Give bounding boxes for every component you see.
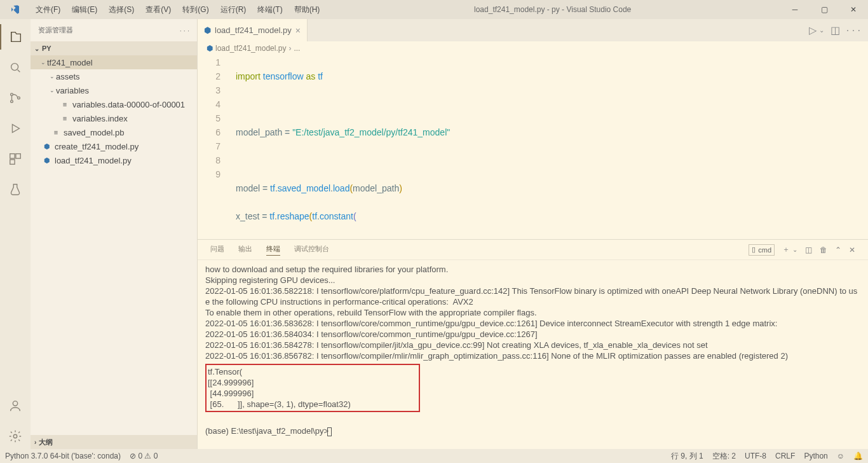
tree-file-variables-index[interactable]: ≡variables.index	[31, 111, 197, 125]
explorer-title: 资源管理器	[38, 25, 73, 35]
menu-file[interactable]: 文件(F)	[31, 0, 65, 19]
file-icon: ≡	[60, 100, 70, 108]
tree-folder-tf241-model[interactable]: ⌄tf241_model	[31, 55, 197, 69]
explorer-more-icon[interactable]: · · ·	[180, 27, 189, 34]
terminal-tensor-output: tf.Tensor( [[24.999996] [44.999996] [65.…	[208, 366, 417, 410]
status-python-interpreter[interactable]: Python 3.7.0 64-bit ('base': conda)	[5, 452, 121, 460]
run-file-icon[interactable]: ▷	[809, 24, 817, 36]
chevron-right-icon: ›	[34, 439, 36, 446]
status-problems[interactable]: ⊘ 0 ⚠ 0	[130, 452, 158, 460]
panel-tab-terminal[interactable]: 终端	[266, 244, 280, 256]
editor-tabs: ⬢ load_tf241_model.py × ▷ ⌄ ◫ · · ·	[198, 19, 868, 41]
tree-label: tf241_model	[47, 58, 93, 67]
breadcrumb[interactable]: ⬢ load_tf241_model.py › ...	[198, 41, 868, 55]
tree-file-saved-model[interactable]: ≡saved_model.pb	[31, 125, 197, 139]
menu-run[interactable]: 运行(R)	[215, 0, 252, 19]
panel-maximize-icon[interactable]: ⌃	[835, 245, 841, 254]
status-notifications-icon[interactable]: 🔔	[853, 452, 863, 460]
testing-icon[interactable]	[0, 177, 31, 202]
tab-label: load_tf241_model.py	[215, 25, 292, 35]
file-tree: ⌄tf241_model ⌄assets ⌄variables ≡variabl…	[31, 55, 197, 435]
tree-folder-assets[interactable]: ⌄assets	[31, 69, 197, 83]
status-language[interactable]: Python	[804, 452, 827, 460]
chevron-down-icon: ⌄	[34, 45, 39, 52]
status-bar: Python 3.7.0 64-bit ('base': conda) ⊘ 0 …	[0, 449, 868, 463]
activity-bar	[0, 19, 31, 449]
status-cursor-position[interactable]: 行 9, 列 1	[671, 451, 703, 462]
status-encoding[interactable]: UTF-8	[745, 452, 766, 460]
run-dropdown-icon[interactable]: ⌄	[819, 27, 824, 34]
svg-rect-5	[16, 154, 20, 158]
settings-icon[interactable]	[0, 424, 31, 449]
menu-help[interactable]: 帮助(H)	[289, 0, 325, 19]
terminal-prompt: (base) E:\test\java_tf2_model\py>	[205, 426, 329, 436]
tree-folder-variables[interactable]: ⌄variables	[31, 83, 197, 97]
tree-file-load-model[interactable]: ⬢load_tf241_model.py	[31, 153, 197, 167]
file-icon: ≡	[60, 114, 70, 122]
svg-point-2	[11, 100, 13, 103]
tree-label: variables	[56, 86, 89, 95]
kill-terminal-icon[interactable]: 🗑	[820, 245, 827, 254]
folder-root-header[interactable]: ⌄ PY	[31, 41, 197, 55]
extensions-icon[interactable]	[0, 146, 31, 172]
bottom-panel: 问题 输出 终端 调试控制台 ▯ cmd ＋ ⌄ ◫ 🗑 ⌃ ✕ how to …	[198, 239, 868, 449]
tab-load-model[interactable]: ⬢ load_tf241_model.py ×	[198, 19, 308, 41]
line-gutter: 123456789	[198, 55, 229, 239]
terminal-dropdown-icon[interactable]: ⌄	[792, 246, 797, 253]
menu-selection[interactable]: 选择(S)	[104, 0, 139, 19]
explorer-sidebar: 资源管理器 · · · ⌄ PY ⌄tf241_model ⌄assets ⌄v…	[31, 19, 198, 449]
menu-terminal[interactable]: 终端(T)	[252, 0, 287, 19]
panel-tab-output[interactable]: 输出	[238, 244, 252, 255]
minimize-button[interactable]: ─	[780, 0, 810, 19]
breadcrumb-rest: ...	[294, 44, 300, 53]
split-editor-icon[interactable]: ◫	[831, 24, 840, 36]
status-feedback-icon[interactable]: ☺	[837, 452, 844, 460]
new-terminal-icon[interactable]: ＋	[782, 244, 790, 255]
tree-file-create-model[interactable]: ⬢create_tf241_model.py	[31, 139, 197, 153]
split-terminal-icon[interactable]: ◫	[805, 245, 812, 254]
svg-rect-6	[10, 160, 15, 164]
panel-tab-problems[interactable]: 问题	[210, 244, 224, 255]
titlebar: 文件(F) 编辑(E) 选择(S) 查看(V) 转到(G) 运行(R) 终端(T…	[0, 0, 868, 19]
menu-view[interactable]: 查看(V)	[140, 0, 176, 19]
outline-section-header[interactable]: › 大纲	[31, 435, 197, 449]
svg-point-8	[13, 434, 17, 438]
root-folder-label: PY	[42, 45, 51, 52]
python-file-icon: ⬢	[42, 156, 52, 165]
terminal-highlight-box: tf.Tensor( [[24.999996] [44.999996] [65.…	[205, 364, 420, 412]
python-file-icon: ⬢	[207, 44, 213, 53]
tree-label: assets	[56, 72, 80, 81]
menu-edit[interactable]: 编辑(E)	[67, 0, 102, 19]
editor-area: ⬢ load_tf241_model.py × ▷ ⌄ ◫ · · · ⬢ lo…	[198, 19, 868, 449]
vscode-logo-icon	[0, 4, 31, 15]
maximize-button[interactable]: ▢	[810, 0, 839, 19]
code-content[interactable]: import tensorflow as tf model_path = "E:…	[229, 55, 868, 239]
svg-point-0	[11, 64, 18, 71]
tree-file-variables-data[interactable]: ≡variables.data-00000-of-00001	[31, 97, 197, 111]
file-icon: ≡	[51, 128, 61, 136]
breadcrumb-file: load_tf241_model.py	[215, 44, 286, 53]
close-tab-icon[interactable]: ×	[295, 25, 301, 36]
menu-bar: 文件(F) 编辑(E) 选择(S) 查看(V) 转到(G) 运行(R) 终端(T…	[31, 0, 325, 19]
panel-tab-debug-console[interactable]: 调试控制台	[294, 244, 329, 255]
status-eol[interactable]: CRLF	[775, 452, 795, 460]
run-debug-icon[interactable]	[0, 116, 31, 141]
tree-label: create_tf241_model.py	[55, 142, 139, 151]
panel-tabs: 问题 输出 终端 调试控制台 ▯ cmd ＋ ⌄ ◫ 🗑 ⌃ ✕	[198, 240, 868, 260]
menu-go[interactable]: 转到(G)	[177, 0, 214, 19]
explorer-icon[interactable]	[0, 24, 31, 50]
source-control-icon[interactable]	[0, 85, 31, 111]
accounts-icon[interactable]	[0, 393, 31, 418]
terminal-output-text: how to download and setup the required l…	[205, 265, 857, 361]
code-editor[interactable]: 123456789 import tensorflow as tf model_…	[198, 55, 868, 239]
terminal-shell-selector[interactable]: ▯ cmd	[749, 244, 775, 256]
tree-label: variables.index	[72, 114, 128, 123]
editor-more-icon[interactable]: · · ·	[846, 25, 860, 36]
python-file-icon: ⬢	[42, 142, 52, 151]
tree-label: saved_model.pb	[64, 128, 124, 137]
status-indentation[interactable]: 空格: 2	[712, 451, 736, 462]
panel-close-icon[interactable]: ✕	[849, 245, 855, 254]
search-icon[interactable]	[0, 55, 31, 80]
close-window-button[interactable]: ✕	[839, 0, 868, 19]
terminal-content[interactable]: how to download and setup the required l…	[198, 260, 868, 449]
